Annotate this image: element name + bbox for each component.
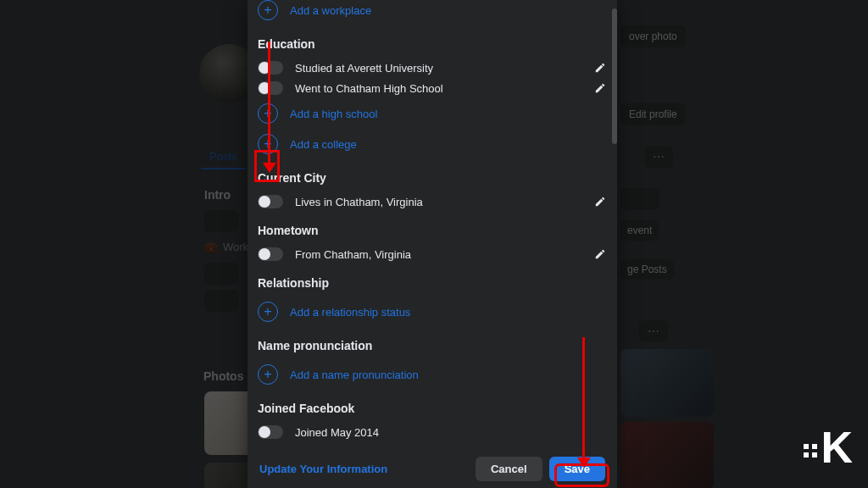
add-workplace-label: Add a workplace <box>290 4 371 17</box>
add-highschool-row[interactable]: + Add a high school <box>258 98 607 129</box>
manage-posts-chip[interactable]: ge Posts <box>620 259 674 280</box>
edit-hometown-button[interactable] <box>593 247 607 261</box>
plus-icon: + <box>258 103 278 124</box>
joined-heading: Joined Facebook <box>258 402 607 415</box>
watermark: K <box>804 422 851 473</box>
edit-highschool-button[interactable] <box>593 81 607 95</box>
tab-posts[interactable]: Posts <box>201 145 246 169</box>
toggle-hometown[interactable] <box>258 247 283 261</box>
intro-chip-2 <box>204 263 238 285</box>
pencil-icon <box>594 62 606 74</box>
footer-buttons: Cancel Save <box>476 457 605 481</box>
scrollbar-thumb[interactable] <box>612 8 617 144</box>
plus-icon: + <box>258 134 278 154</box>
add-workplace-row[interactable]: + Add a workplace <box>258 0 607 25</box>
add-pronunciation-label: Add a name pronunciation <box>290 369 419 381</box>
toggle-highschool[interactable] <box>258 81 283 95</box>
more-menu-button-2[interactable]: ⋯ <box>639 320 668 342</box>
event-chip[interactable]: event <box>620 220 659 241</box>
watermark-dots-icon <box>804 444 817 458</box>
current-city-text: Lives in Chatham, Virginia <box>295 196 423 208</box>
feed-photo-2[interactable] <box>620 422 714 488</box>
name-pronunciation-heading: Name pronunciation <box>258 339 607 352</box>
intro-chip <box>204 210 238 232</box>
plus-icon: + <box>258 302 278 322</box>
toggle-joined[interactable] <box>258 425 283 439</box>
edit-details-modal: + Add a workplace Education Studied at A… <box>248 0 617 488</box>
feed-photo-1[interactable] <box>620 349 714 417</box>
current-city-row: Lives in Chatham, Virginia <box>258 191 607 212</box>
intro-heading: Intro <box>204 188 231 202</box>
add-pronunciation-row[interactable]: + Add a name pronunciation <box>258 359 607 390</box>
joined-text: Joined May 2014 <box>295 426 379 439</box>
add-relationship-row[interactable]: + Add a relationship status <box>258 297 607 327</box>
briefcase-icon: 💼 <box>204 241 218 253</box>
works-row: 💼 Works <box>204 241 254 253</box>
cancel-button[interactable]: Cancel <box>476 457 542 481</box>
education-item-highschool: Went to Chatham High School <box>258 78 607 98</box>
edit-profile-label: Edit profile <box>629 108 677 120</box>
plus-icon: + <box>258 0 278 20</box>
toggle-university[interactable] <box>258 61 283 75</box>
toggle-current-city[interactable] <box>258 195 283 208</box>
edit-university-button[interactable] <box>593 61 607 75</box>
pencil-icon <box>594 248 606 260</box>
pencil-icon <box>594 82 606 94</box>
more-menu-button[interactable]: ⋯ <box>644 146 673 168</box>
edit-profile-button[interactable]: Edit profile <box>620 103 686 125</box>
modal-footer: Update Your Information Cancel Save <box>248 448 617 488</box>
cover-photo-label: over photo <box>629 30 677 42</box>
joined-row: Joined May 2014 <box>258 422 607 442</box>
add-highschool-label: Add a high school <box>290 108 377 120</box>
manage-posts-label: ge Posts <box>627 263 667 275</box>
current-city-heading: Current City <box>258 171 607 185</box>
relationship-heading: Relationship <box>258 276 607 290</box>
update-information-link[interactable]: Update Your Information <box>259 463 387 475</box>
hometown-text: From Chatham, Virginia <box>295 248 411 261</box>
education-item-university: Studied at Averett University <box>258 58 607 78</box>
intro-chip-3 <box>204 290 238 312</box>
education-text-2: Went to Chatham High School <box>295 82 443 95</box>
save-button[interactable]: Save <box>549 457 605 481</box>
add-relationship-label: Add a relationship status <box>290 306 410 319</box>
photos-heading: Photos <box>203 369 243 383</box>
edit-current-city-button[interactable] <box>593 195 607 208</box>
add-college-label: Add a college <box>290 138 357 151</box>
hometown-heading: Hometown <box>258 224 607 237</box>
education-text-1: Studied at Averett University <box>295 62 433 75</box>
pencil-icon <box>594 196 606 208</box>
event-label: event <box>627 225 652 236</box>
hometown-row: From Chatham, Virginia <box>258 244 607 264</box>
education-heading: Education <box>258 37 607 51</box>
plus-icon: + <box>258 364 278 385</box>
side-chip-1 <box>620 188 659 210</box>
add-college-row[interactable]: + Add a college <box>258 129 607 159</box>
cover-photo-button[interactable]: over photo <box>620 25 686 47</box>
